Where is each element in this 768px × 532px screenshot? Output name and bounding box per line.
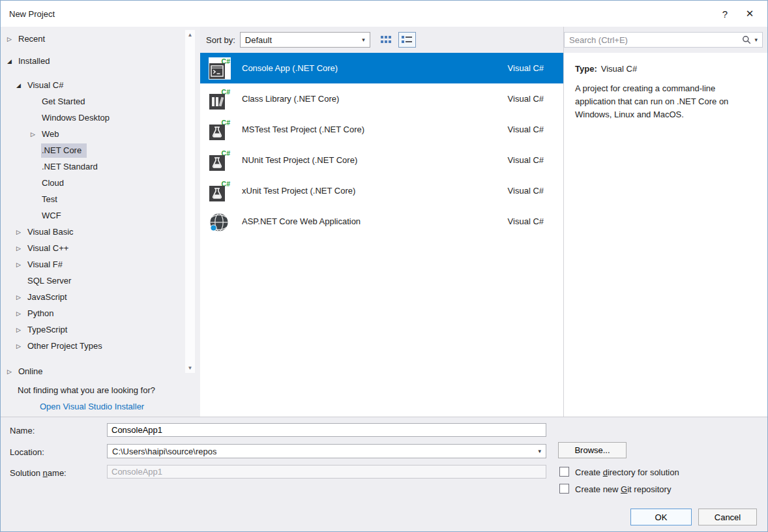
footer-bar: Name: Location: C:\Users\haipi\source\re… bbox=[1, 417, 767, 531]
sidebar-item-label: Visual C# bbox=[27, 78, 68, 93]
details-panel: ▾ Type:Visual C# A project for creating … bbox=[563, 27, 767, 417]
template-row-mstest[interactable]: C# MSTest Test Project (.NET Core) Visua… bbox=[200, 114, 563, 145]
template-row-class-library[interactable]: C# Class Library (.NET Core) Visual C# bbox=[200, 83, 563, 114]
sidebar-item-javascript[interactable]: ▷ JavaScript bbox=[1, 289, 200, 305]
sidebar-item-net-core[interactable]: .NET Core bbox=[1, 142, 200, 158]
chevron-expanded-icon[interactable]: ◢ bbox=[16, 82, 27, 89]
create-git-repository-checkbox[interactable] bbox=[559, 484, 569, 494]
sidebar-item-label: Python bbox=[27, 306, 59, 321]
template-name: ASP.NET Core Web Application bbox=[242, 216, 508, 226]
create-git-repository-label[interactable]: Create new Git repository bbox=[575, 484, 671, 494]
sidebar-item-online[interactable]: ▷ Online bbox=[1, 363, 200, 379]
chevron-down-icon[interactable]: ▾ bbox=[538, 449, 541, 454]
location-combobox[interactable]: C:\Users\haipi\source\repos ▾ bbox=[107, 444, 546, 458]
search-options-caret-icon[interactable]: ▾ bbox=[754, 37, 758, 43]
create-directory-label[interactable]: Create directory for solution bbox=[575, 467, 679, 477]
template-language: Visual C# bbox=[508, 125, 544, 134]
browse-button[interactable]: Browse... bbox=[558, 442, 627, 458]
help-button[interactable]: ? bbox=[713, 5, 737, 23]
search-box[interactable]: ▾ bbox=[564, 32, 763, 48]
solution-name-input[interactable] bbox=[107, 465, 546, 479]
template-language: Visual C# bbox=[508, 63, 544, 73]
sidebar-item-web[interactable]: ▷ Web bbox=[1, 126, 200, 142]
sidebar-item-label: Test bbox=[41, 192, 63, 207]
create-directory-checkbox[interactable] bbox=[559, 467, 569, 477]
sidebar-item-recent[interactable]: ▷ Recent bbox=[1, 31, 200, 47]
sidebar-item-label: Visual Basic bbox=[27, 225, 79, 239]
chevron-right-icon[interactable]: ▷ bbox=[16, 261, 27, 268]
template-language: Visual C# bbox=[508, 94, 544, 104]
sidebar-item-label: TypeScript bbox=[27, 323, 72, 337]
sidebar-item-label: Web bbox=[41, 127, 65, 141]
search-icon[interactable] bbox=[742, 35, 751, 44]
chevron-right-icon[interactable]: ▷ bbox=[16, 310, 27, 317]
sidebar-footer: ▷ Online Not finding what you are lookin… bbox=[1, 363, 200, 411]
project-name-input[interactable] bbox=[107, 423, 546, 437]
sidebar-item-label: Recent bbox=[18, 32, 50, 46]
template-name: xUnit Test Project (.NET Core) bbox=[242, 186, 508, 196]
cancel-button[interactable]: Cancel bbox=[698, 509, 757, 525]
chevron-right-icon[interactable]: ▷ bbox=[16, 294, 27, 301]
sidebar-item-test[interactable]: Test bbox=[1, 191, 200, 207]
chevron-right-icon[interactable]: ▷ bbox=[30, 131, 41, 138]
ok-button[interactable]: OK bbox=[630, 509, 692, 525]
sidebar-item-net-standard[interactable]: .NET Standard bbox=[1, 158, 200, 175]
chevron-right-icon[interactable]: ▷ bbox=[16, 343, 27, 349]
list-view-button[interactable] bbox=[398, 32, 416, 48]
template-description: A project for creating a command-line ap… bbox=[575, 82, 758, 121]
sidebar-item-sql-server[interactable]: SQL Server bbox=[1, 273, 200, 289]
dialog-title: New Project bbox=[9, 9, 55, 19]
template-name: NUnit Test Project (.NET Core) bbox=[242, 155, 508, 165]
name-label: Name: bbox=[10, 426, 35, 436]
template-list: C# Console App (.NET Core) Visual C# bbox=[200, 53, 563, 417]
not-finding-text: Not finding what you are looking for? bbox=[1, 379, 200, 395]
category-sidebar: ▷ Recent ◢ Installed ◢ Visual C# Get Sta… bbox=[1, 27, 200, 417]
sidebar-item-label: Cloud bbox=[41, 176, 69, 190]
sidebar-item-wcf[interactable]: WCF bbox=[1, 207, 200, 224]
chevron-down-icon: ▾ bbox=[362, 37, 365, 43]
template-details: Type:Visual C# A project for creating a … bbox=[564, 53, 767, 121]
sidebar-item-other-project-types[interactable]: ▷ Other Project Types bbox=[1, 338, 200, 354]
sidebar-item-visual-cpp[interactable]: ▷ Visual C++ bbox=[1, 240, 200, 256]
category-tree: ▷ Recent ◢ Installed ◢ Visual C# Get Sta… bbox=[1, 27, 200, 354]
chevron-right-icon[interactable]: ▷ bbox=[7, 368, 18, 375]
open-visual-studio-installer-link[interactable]: Open Visual Studio Installer bbox=[1, 395, 200, 411]
template-language: Visual C# bbox=[508, 186, 544, 196]
chevron-right-icon[interactable]: ▷ bbox=[16, 327, 27, 333]
test-project-icon: C# bbox=[209, 180, 231, 202]
template-row-aspnet-core-web-application[interactable]: ASP.NET Core Web Application Visual C# bbox=[200, 206, 563, 237]
search-input[interactable] bbox=[569, 35, 739, 45]
list-view-icon bbox=[402, 35, 412, 44]
sidebar-item-visual-basic[interactable]: ▷ Visual Basic bbox=[1, 224, 200, 240]
type-line: Type:Visual C# bbox=[575, 64, 758, 74]
sidebar-item-windows-desktop[interactable]: Windows Desktop bbox=[1, 110, 200, 126]
template-row-nunit[interactable]: C# NUnit Test Project (.NET Core) Visual… bbox=[200, 145, 563, 175]
sidebar-item-label: Online bbox=[18, 364, 48, 379]
sidebar-item-cloud[interactable]: Cloud bbox=[1, 175, 200, 191]
sidebar-item-installed[interactable]: ◢ Installed bbox=[1, 53, 200, 69]
sidebar-item-typescript[interactable]: ▷ TypeScript bbox=[1, 321, 200, 338]
template-row-xunit[interactable]: C# xUnit Test Project (.NET Core) Visual… bbox=[200, 175, 563, 206]
chevron-right-icon[interactable]: ▷ bbox=[16, 229, 27, 235]
sidebar-item-label: Installed bbox=[18, 54, 55, 68]
search-area: ▾ bbox=[564, 27, 767, 53]
template-language: Visual C# bbox=[508, 216, 544, 226]
template-row-console-app[interactable]: C# Console App (.NET Core) Visual C# bbox=[200, 53, 563, 83]
sidebar-scrollbar[interactable]: ▲ ▼ bbox=[185, 30, 195, 373]
small-icons-view-button[interactable] bbox=[377, 32, 395, 48]
chevron-right-icon[interactable]: ▷ bbox=[7, 36, 18, 42]
sidebar-item-visual-csharp[interactable]: ◢ Visual C# bbox=[1, 77, 200, 93]
sidebar-item-label: .NET Core bbox=[41, 143, 87, 158]
sidebar-item-label: Other Project Types bbox=[27, 339, 108, 353]
sidebar-item-visual-fsharp[interactable]: ▷ Visual F# bbox=[1, 256, 200, 273]
chevron-right-icon[interactable]: ▷ bbox=[16, 245, 27, 252]
sidebar-item-label: Get Started bbox=[41, 95, 90, 109]
close-button[interactable]: ✕ bbox=[737, 5, 762, 23]
scroll-up-icon[interactable]: ▲ bbox=[185, 30, 195, 40]
sidebar-item-python[interactable]: ▷ Python bbox=[1, 305, 200, 321]
test-project-icon: C# bbox=[209, 149, 231, 171]
chevron-expanded-icon[interactable]: ◢ bbox=[7, 58, 18, 65]
sidebar-item-get-started[interactable]: Get Started bbox=[1, 93, 200, 110]
sort-by-dropdown[interactable]: Default ▾ bbox=[240, 32, 370, 48]
location-value: C:\Users\haipi\source\repos bbox=[112, 447, 216, 456]
